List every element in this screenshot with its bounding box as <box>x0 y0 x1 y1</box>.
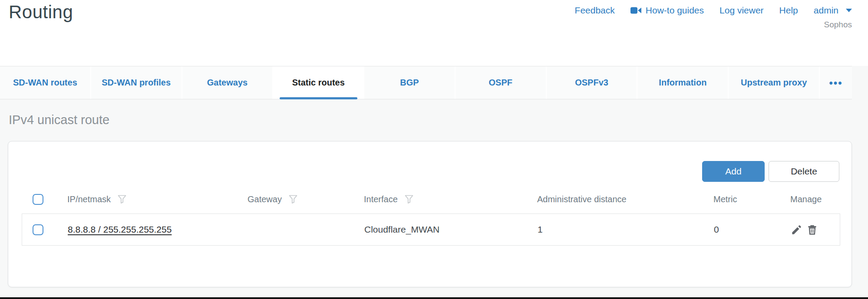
column-header-manage: Manage <box>790 194 822 204</box>
metric-cell: 0 <box>714 224 719 235</box>
filter-funnel-icon[interactable] <box>404 194 414 204</box>
admin-distance-cell: 1 <box>538 224 543 235</box>
delete-button[interactable]: Delete <box>769 161 839 182</box>
tab-label: SD-WAN profiles <box>102 78 171 88</box>
howto-guides-link[interactable]: How-to guides <box>630 5 704 16</box>
tab-label: SD-WAN routes <box>13 78 77 88</box>
tab-label: Gateways <box>207 78 248 88</box>
tab-sd-wan-routes[interactable]: SD-WAN routes <box>0 66 90 99</box>
user-menu[interactable]: admin <box>814 5 852 16</box>
route-link[interactable]: 8.8.8.8 / 255.255.255.255 <box>68 224 172 235</box>
tab-more-label: ••• <box>829 77 842 89</box>
tab-information[interactable]: Information <box>637 66 728 99</box>
delete-trash-icon[interactable] <box>806 224 818 236</box>
row-checkbox[interactable] <box>33 224 43 235</box>
column-header-gateway: Gateway <box>248 194 282 204</box>
tab-more[interactable]: ••• <box>819 66 852 99</box>
chevron-down-icon <box>846 9 852 12</box>
tab-ospf[interactable]: OSPF <box>455 66 546 99</box>
video-camera-icon <box>630 7 642 14</box>
tab-sd-wan-profiles[interactable]: SD-WAN profiles <box>90 66 182 99</box>
tab-static-routes[interactable]: Static routes <box>272 66 363 99</box>
screen-bottom-edge <box>0 297 868 299</box>
log-viewer-link[interactable]: Log viewer <box>719 5 764 16</box>
tab-ospfv3[interactable]: OSPFv3 <box>546 66 637 99</box>
table-header: IP/netmask Gateway Interface Administrat… <box>22 189 840 209</box>
top-nav: Feedback How-to guides Log viewer Help a… <box>575 5 852 16</box>
user-menu-label: admin <box>814 5 838 16</box>
page-title: Routing <box>9 2 73 23</box>
interface-cell: Cloudflare_MWAN <box>364 224 439 235</box>
tab-label: OSPFv3 <box>575 78 608 88</box>
tab-label: Static routes <box>292 78 345 88</box>
tab-bgp[interactable]: BGP <box>363 66 455 99</box>
tab-label: OSPF <box>489 78 512 88</box>
column-header-admin-distance: Administrative distance <box>537 194 627 204</box>
help-link[interactable]: Help <box>779 5 798 16</box>
select-all-checkbox[interactable] <box>33 194 43 205</box>
table-toolbar: Add Delete <box>702 161 839 182</box>
filter-funnel-icon[interactable] <box>288 194 298 204</box>
edit-pencil-icon[interactable] <box>791 224 802 236</box>
filter-funnel-icon[interactable] <box>117 194 127 204</box>
content-area: SD-WAN routesSD-WAN profilesGatewaysStat… <box>0 66 868 299</box>
table-body: 8.8.8.8 / 255.255.255.255 Cloudflare_MWA… <box>22 214 840 246</box>
column-header-ip-netmask: IP/netmask <box>67 194 111 204</box>
tab-bar: SD-WAN routesSD-WAN profilesGatewaysStat… <box>0 66 852 99</box>
org-label: Sophos <box>824 20 852 30</box>
routes-card: Add Delete IP/netmask Gateway Interface <box>8 141 852 287</box>
table-row: 8.8.8.8 / 255.255.255.255 Cloudflare_MWA… <box>22 214 840 246</box>
tab-gateways[interactable]: Gateways <box>182 66 273 99</box>
add-button[interactable]: Add <box>702 161 765 182</box>
howto-guides-label: How-to guides <box>646 5 704 16</box>
tab-label: Upstream proxy <box>741 78 807 88</box>
section-heading: IPv4 unicast route <box>9 113 109 127</box>
column-header-interface: Interface <box>364 194 398 204</box>
column-header-metric: Metric <box>713 194 737 204</box>
page-header: Routing Feedback How-to guides Log viewe… <box>0 0 868 66</box>
tab-label: BGP <box>400 78 419 88</box>
tab-label: Information <box>659 78 706 88</box>
tab-upstream-proxy[interactable]: Upstream proxy <box>728 66 819 99</box>
feedback-link[interactable]: Feedback <box>575 5 615 16</box>
